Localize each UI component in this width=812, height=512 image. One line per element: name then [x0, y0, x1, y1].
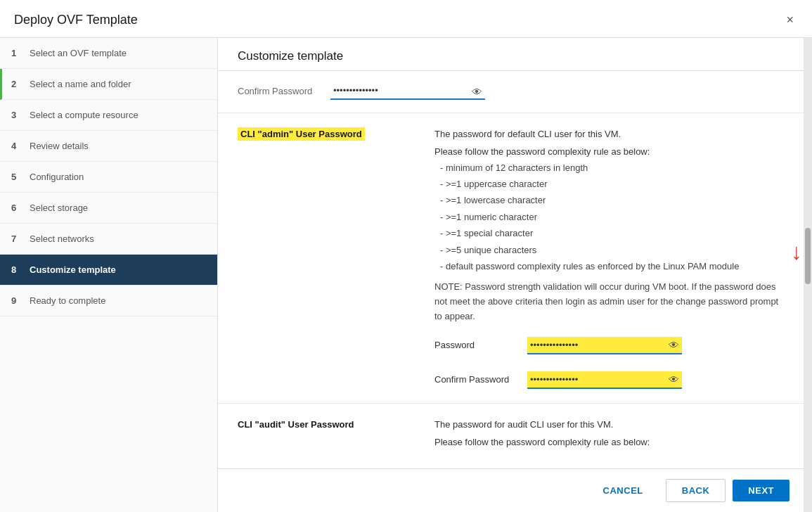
rule-3: - >=1 lowercase character [434, 192, 784, 208]
cli-audit-label: CLI "audit" User Password [238, 418, 434, 430]
dialog-body: 1Select an OVF template2Select a name an… [0, 38, 812, 512]
cli-admin-note: NOTE: Password strength validation will … [434, 280, 784, 324]
admin-confirm-input[interactable] [527, 371, 682, 389]
sidebar-step-num-3: 3 [11, 110, 24, 120]
dialog-header: Deploy OVF Template × [0, 0, 812, 38]
sidebar-item-7[interactable]: 7Select networks [0, 224, 217, 255]
rule-1: - minimum of 12 characters in length [434, 160, 784, 176]
sidebar-item-4[interactable]: 4Review details [0, 131, 217, 162]
sidebar-step-label-2: Select a name and folder [30, 79, 131, 89]
admin-password-input[interactable] [527, 337, 682, 354]
sidebar-item-8[interactable]: 8Customize template [0, 255, 217, 286]
cli-admin-section: CLI "admin" User Password The password f… [218, 113, 804, 404]
password-input-wrap: 👁 [527, 337, 682, 354]
scrollbar-thumb[interactable] [805, 228, 811, 284]
deploy-ovf-dialog: Deploy OVF Template × 1Select an OVF tem… [0, 0, 812, 512]
confirm-password-label: Confirm Password [434, 373, 519, 388]
sidebar-step-label-3: Select a compute resource [30, 110, 138, 120]
sidebar-step-num-9: 9 [11, 295, 24, 306]
sidebar-step-label-4: Review details [30, 141, 89, 151]
rule-7: - default password complexity rules as e… [434, 258, 784, 274]
sidebar-step-label-1: Select an OVF template [30, 48, 127, 58]
rule-4: - >=1 numeric character [434, 209, 784, 225]
rule-2: - >=1 uppercase character [434, 176, 784, 192]
sidebar: 1Select an OVF template2Select a name an… [0, 38, 218, 512]
content-scroll-area[interactable]: Confirm Password 👁 CLI "admin" User Pass… [218, 71, 804, 468]
cli-audit-desc2: Please follow the password complexity ru… [434, 435, 784, 450]
sidebar-step-num-7: 7 [11, 233, 24, 244]
password-field-row: Password 👁 [434, 337, 784, 354]
sidebar-step-num-6: 6 [11, 203, 24, 213]
content-title: Customize template [238, 49, 343, 63]
sidebar-step-num-4: 4 [11, 141, 24, 151]
admin-password-eye-icon[interactable]: 👁 [669, 337, 679, 354]
back-button[interactable]: BACK [666, 479, 726, 502]
admin-confirm-eye-icon[interactable]: 👁 [669, 371, 679, 388]
sidebar-item-9[interactable]: 9Ready to complete [0, 286, 217, 316]
sidebar-step-num-8: 8 [11, 264, 24, 275]
sidebar-item-5[interactable]: 5Configuration [0, 162, 217, 193]
cli-audit-desc1: The password for audit CLI user for this… [434, 418, 784, 433]
scrollbar-track[interactable] [804, 38, 812, 512]
next-button[interactable]: NEXT [733, 480, 790, 501]
sidebar-step-label-6: Select storage [30, 203, 88, 213]
top-confirm-eye-icon[interactable]: 👁 [472, 85, 482, 97]
cli-admin-label: CLI "admin" User Password [238, 127, 434, 139]
confirm-password-input-wrap: 👁 [527, 371, 682, 389]
cli-audit-content: The password for audit CLI user for this… [434, 418, 784, 450]
sidebar-item-6[interactable]: 6Select storage [0, 193, 217, 224]
top-confirm-input[interactable] [330, 82, 485, 100]
cli-admin-content: The password for default CLI user for th… [434, 127, 784, 389]
sidebar-step-num-2: 2 [11, 79, 24, 89]
footer: CANCEL BACK NEXT [218, 468, 804, 512]
sidebar-step-label-9: Ready to complete [30, 295, 105, 306]
close-button[interactable]: × [782, 11, 798, 29]
top-confirm-label: Confirm Password [238, 86, 322, 96]
dialog-title: Deploy OVF Template [14, 13, 138, 27]
confirm-password-field-row: Confirm Password 👁 [434, 371, 784, 389]
cli-audit-section: CLI "audit" User Password The password f… [218, 404, 804, 468]
cli-audit-label-text: CLI "audit" User Password [238, 419, 354, 430]
cli-admin-label-text: CLI "admin" User Password [238, 127, 365, 141]
sidebar-item-3[interactable]: 3Select a compute resource [0, 100, 217, 131]
rule-5: - >=1 special character [434, 225, 784, 241]
sidebar-step-label-7: Select networks [30, 233, 94, 244]
cancel-button[interactable]: CANCEL [588, 480, 659, 501]
rule-6: - >=5 unique characters [434, 242, 784, 258]
main-content: Customize template Confirm Password 👁 [218, 38, 804, 512]
top-partial-section: Confirm Password 👁 [218, 71, 804, 113]
cli-admin-desc1: The password for default CLI user for th… [434, 127, 784, 142]
sidebar-item-1[interactable]: 1Select an OVF template [0, 38, 217, 69]
sidebar-step-label-8: Customize template [30, 264, 116, 275]
sidebar-step-num-1: 1 [11, 48, 24, 58]
sidebar-step-num-5: 5 [11, 172, 24, 182]
sidebar-item-2[interactable]: 2Select a name and folder [0, 69, 217, 100]
password-field-label: Password [434, 338, 519, 353]
cli-admin-desc2: Please follow the password complexity ru… [434, 145, 784, 160]
sidebar-step-label-5: Configuration [30, 172, 84, 182]
